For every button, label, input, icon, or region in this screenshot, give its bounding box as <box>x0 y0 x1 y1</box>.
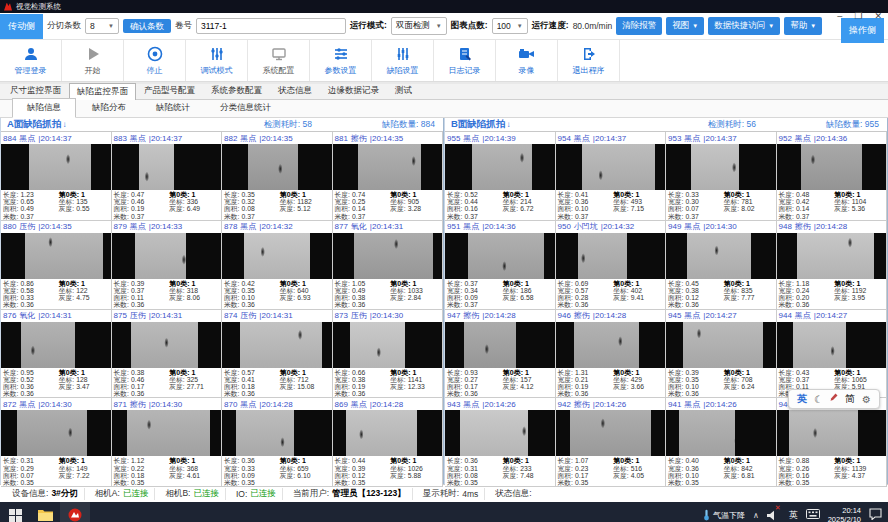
defect-gray-value: 27.71 <box>187 383 204 390</box>
close-button[interactable]: ✕ <box>874 12 882 21</box>
defect-area-value: 0.36 <box>20 383 33 390</box>
taskbar-clock[interactable]: 20:14 2025/2/10 <box>828 506 861 522</box>
defect-cell[interactable]: 873压伤|20:14:30长度:0.66宽度:0.38面积:0.19米数:0.… <box>333 310 444 399</box>
defect-info-left: 长度:0.86宽度:0.58面积:0.33米数:0.36 <box>3 280 59 309</box>
defect-info-right: 第0类: 1坐标:781灰度:8.02 <box>724 191 774 220</box>
defect-cell[interactable]: 875压伤|20:14:31长度:0.38宽度:0.46面积:0.17米数:0.… <box>112 310 223 399</box>
defect-meters: 米数:0.36 <box>558 301 614 308</box>
operator-side-button[interactable]: 操作侧 <box>841 18 884 43</box>
admin-login-button[interactable]: 管理登录 <box>0 40 62 81</box>
defect-settings-button[interactable]: 缺陷设置 <box>372 40 434 81</box>
defect-info-right: 第0类: 1坐标:708灰度:6.24 <box>724 369 774 398</box>
defect-cell[interactable]: 871擦伤|20:14:30长度:1.12宽度:0.22面积:0.18米数:0.… <box>112 398 223 487</box>
stop-button[interactable]: 停止 <box>124 40 186 81</box>
tray-expand-chevron-icon[interactable]: ∧ <box>753 511 759 520</box>
subtab-defect-statistics[interactable]: 缺陷统计 <box>142 99 204 117</box>
defect-cell[interactable]: 870黑点|20:14:28长度:0.36宽度:0.33面积:0.09米数:0.… <box>222 398 333 487</box>
gear-icon[interactable]: ⚙ <box>862 394 871 405</box>
start-button[interactable]: 开始 <box>62 40 124 81</box>
help-menu-button[interactable]: 帮助 ▼ <box>784 17 822 35</box>
subtab-defect-info[interactable]: 缺陷信息 <box>12 98 76 118</box>
defect-cell[interactable]: 881擦伤|20:14:35长度:0.74宽度:0.25面积:0.14米数:0.… <box>333 132 444 221</box>
defect-cell[interactable]: 955黑点|20:14:39长度:0.52宽度:0.44面积:0.16米数:0.… <box>445 132 556 221</box>
defect-cell[interactable]: 949黑点|20:14:30长度:0.45宽度:0.38面积:0.12米数:0.… <box>666 221 777 310</box>
defect-cell[interactable]: 950小凹坑|20:14:32长度:0.69宽度:0.57面积:0.28米数:0… <box>556 221 667 310</box>
defect-gray: 灰度:3.66 <box>613 383 663 390</box>
tab-edge-data-record[interactable]: 边缘数据记录 <box>320 82 387 99</box>
defect-image <box>112 322 222 368</box>
exit-program-button[interactable]: 退出程序 <box>558 40 620 81</box>
defect-cell[interactable]: 944黑点|20:14:27长度:0.43宽度:0.37面积:0.11米数:0.… <box>777 310 888 399</box>
inspection-app-taskbar-icon[interactable] <box>60 502 90 522</box>
keyboard-icon[interactable] <box>806 509 820 521</box>
defect-cell[interactable]: 954黑点|20:14:37长度:0.41宽度:0.36面积:0.10米数:0.… <box>556 132 667 221</box>
defect-cell[interactable]: 943黑点|20:14:26长度:0.36宽度:0.31面积:0.08米数:0.… <box>445 398 556 487</box>
chevron-down-icon: ▼ <box>517 23 523 29</box>
clear-alarm-button[interactable]: 清除报警 <box>616 17 662 35</box>
roll-number-input[interactable] <box>196 18 346 34</box>
drive-side-button[interactable]: 传动侧 <box>0 14 43 39</box>
tab-system-param-config[interactable]: 系统参数配置 <box>203 82 270 99</box>
defect-cell[interactable]: 880压伤|20:14:35长度:0.86宽度:0.58面积:0.33米数:0.… <box>1 221 112 310</box>
defect-cell[interactable]: 874压伤|20:14:31长度:0.57宽度:0.41面积:0.18米数:0.… <box>222 310 333 399</box>
confirm-count-button[interactable]: 确认条数 <box>123 19 171 34</box>
defect-cell[interactable]: 879黑点|20:14:33长度:0.39宽度:0.37面积:0.11米数:0.… <box>112 221 223 310</box>
record-video-button[interactable]: 录像 <box>496 40 558 81</box>
run-mode-select[interactable]: 双面检测 ▼ <box>391 17 447 35</box>
defect-cell[interactable]: 953黑点|20:14:37长度:0.33宽度:0.30面积:0.07米数:0.… <box>666 132 777 221</box>
defect-cell[interactable]: 941黑点|20:14:26长度:0.40宽度:0.36面积:0.10米数:0.… <box>666 398 777 487</box>
ime-english-toggle[interactable]: 英 <box>797 392 807 406</box>
defect-cell[interactable]: 882黑点|20:14:35长度:0.35宽度:0.32面积:0.08米数:0.… <box>222 132 333 221</box>
ime-language-indicator[interactable]: 英 <box>789 509 798 522</box>
defect-length-label: 长度: <box>224 369 239 376</box>
volume-muted-icon[interactable]: ✕ <box>767 510 781 521</box>
defect-cell[interactable]: 883黑点|20:14:37长度:0.47宽度:0.46面积:0.19米数:0.… <box>112 132 223 221</box>
defect-info: 长度:0.41宽度:0.36面积:0.10米数:0.37第0类: 1坐标:493… <box>556 190 666 220</box>
defect-cell[interactable]: 876氧化|20:14:31长度:0.95宽度:0.52面积:0.36米数:0.… <box>1 310 112 399</box>
parameter-settings-button[interactable]: 参数设置 <box>310 40 372 81</box>
defect-cell[interactable]: 940擦伤|20:14:26长度:0.88宽度:0.26面积:0.16米数:0.… <box>777 398 888 487</box>
defect-gray-value: 3.28 <box>408 205 421 212</box>
subtab-defect-distribution[interactable]: 缺陷分布 <box>78 99 140 117</box>
defect-cell[interactable]: 952黑点|20:14:36长度:0.48宽度:0.42面积:0.14米数:0.… <box>777 132 888 221</box>
log-record-button[interactable]: 日志记录 <box>434 40 496 81</box>
defect-length-label: 长度: <box>114 457 129 464</box>
tab-defect-monitor[interactable]: 缺陷监控界面 <box>69 83 136 100</box>
pen-icon[interactable] <box>830 393 838 405</box>
maximize-button[interactable]: ❐ <box>854 12 862 21</box>
defect-width-value: 0.32 <box>241 198 254 205</box>
debug-mode-button[interactable]: 调试模式 <box>186 40 248 81</box>
notification-center-icon[interactable] <box>869 508 882 522</box>
tab-status-info[interactable]: 状态信息 <box>270 82 320 99</box>
defect-cell[interactable]: 877氧化|20:14:31长度:1.05宽度:0.49面积:0.38米数:0.… <box>333 221 444 310</box>
defect-cell[interactable]: 869黑点|20:14:28长度:0.44宽度:0.39面积:0.12米数:0.… <box>333 398 444 487</box>
defect-cell[interactable]: 945黑点|20:14:27长度:0.39宽度:0.35面积:0.10米数:0.… <box>666 310 777 399</box>
subtab-class-info-statistics[interactable]: 分类信息统计 <box>206 99 285 117</box>
view-menu-button[interactable]: 视图 ▼ <box>666 17 704 35</box>
defect-width: 宽度:0.27 <box>447 376 503 383</box>
weather-widget[interactable]: 气温下降 <box>703 509 745 521</box>
data-quick-access-menu-button[interactable]: 数据快捷访问 ▼ <box>708 17 780 35</box>
defect-cell[interactable]: 878黑点|20:14:32长度:0.42宽度:0.35面积:0.10米数:0.… <box>222 221 333 310</box>
panel-a-title: A面缺陷抓拍 <box>7 118 61 131</box>
moon-icon[interactable]: ☾ <box>814 394 823 405</box>
start-menu-button[interactable] <box>0 502 30 522</box>
defect-gray-value: 3.47 <box>76 383 89 390</box>
defect-cell[interactable]: 948擦伤|20:14:28长度:1.18宽度:0.24面积:0.20米数:0.… <box>777 221 888 310</box>
defect-cell[interactable]: 946擦伤|20:14:28长度:1.31宽度:0.21面积:0.19米数:0.… <box>556 310 667 399</box>
tab-size-monitor[interactable]: 尺寸监控界面 <box>2 82 69 99</box>
ime-simplified-toggle[interactable]: 简 <box>845 392 855 406</box>
defect-cell[interactable]: 884黑点|20:14:37长度:1.23宽度:0.65面积:0.49米数:0.… <box>1 132 112 221</box>
defect-cell[interactable]: 951黑点|20:14:36长度:0.37宽度:0.34面积:0.09米数:0.… <box>445 221 556 310</box>
slit-count-select[interactable]: 8 ▼ <box>85 18 119 34</box>
system-config-button[interactable]: 系统配置 <box>248 40 310 81</box>
defect-cell[interactable]: 942擦伤|20:14:26长度:1.07宽度:0.23面积:0.17米数:0.… <box>556 398 667 487</box>
chart-points-select[interactable]: 100 ▼ <box>492 18 528 34</box>
tab-product-model-config[interactable]: 产品型号配置 <box>136 82 203 99</box>
minimize-button[interactable]: – <box>837 12 842 21</box>
defect-cell[interactable]: 947擦伤|20:14:28长度:0.93宽度:0.27面积:0.17米数:0.… <box>445 310 556 399</box>
file-explorer-icon[interactable] <box>30 502 60 522</box>
defect-area-label: 面积: <box>114 205 129 212</box>
tab-test[interactable]: 测试 <box>387 82 420 99</box>
defect-cell[interactable]: 872黑点|20:14:30长度:0.31宽度:0.29面积:0.07米数:0.… <box>1 398 112 487</box>
